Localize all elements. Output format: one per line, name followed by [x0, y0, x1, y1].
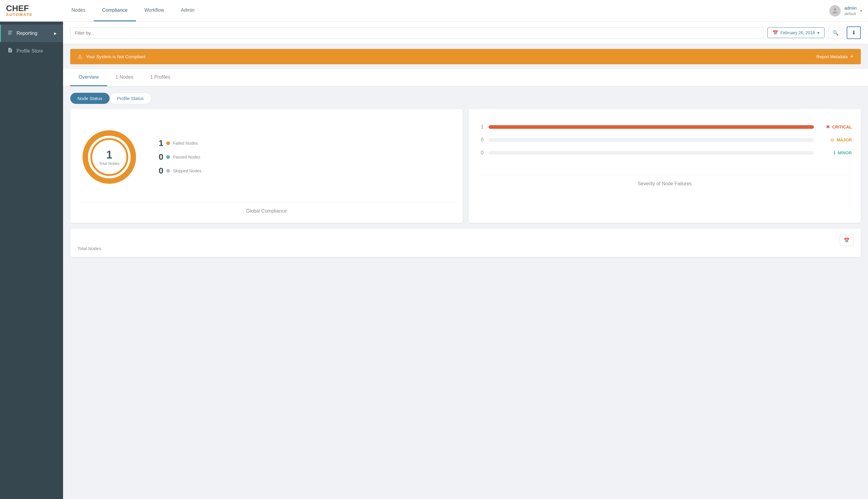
critical-label: CRITICAL [832, 125, 852, 130]
tab-profiles[interactable]: 1 Profiles [142, 69, 179, 86]
skipped-count: 0 [159, 166, 163, 175]
filter-bar: 📅 February 26, 2018 ▾ 🔍 ⬇ [63, 22, 868, 44]
major-value: 0 [478, 137, 484, 143]
critical-bar-wrap [489, 125, 814, 129]
main-nav: Nodes Compliance Workflow Admin [63, 0, 823, 21]
donut-container: 1 Total Nodes 1 [79, 118, 454, 196]
download-icon: ⬇ [852, 30, 856, 36]
donut-chart: 1 Total Nodes [79, 127, 139, 187]
sidebar: Reporting ▶ Profile Store [0, 22, 63, 499]
alert-banner: ⚠ Your System is Not Compliant Report Me… [70, 49, 861, 64]
layout: Reporting ▶ Profile Store 📅 February 26,… [0, 22, 868, 499]
logo-chef: CHEF [6, 4, 33, 13]
user-role: default [844, 11, 857, 16]
toggle-group: Node Status Profile Status [70, 93, 861, 104]
report-metadata-label: Report Metadata [816, 54, 847, 59]
passed-nodes-stat: 0 Passed Nodes [151, 152, 201, 162]
critical-bar [489, 125, 814, 129]
user-info: admin default [844, 5, 857, 16]
node-stats: 1 Failed Nodes 0 Pas [151, 138, 201, 175]
profile-status-toggle[interactable]: Profile Status [110, 93, 151, 104]
severity-card-title: Severity of Node Failures [478, 175, 852, 186]
tab-overview[interactable]: Overview [70, 69, 107, 86]
minor-label-row: ℹ MINOR [819, 150, 852, 156]
critical-label-row: ✖ CRITICAL [819, 124, 852, 130]
sidebar-arrow-icon: ▶ [54, 32, 57, 35]
calendar-icon: 📅 [772, 30, 778, 35]
nav-workflow[interactable]: Workflow [136, 0, 173, 21]
minor-label: MINOR [838, 150, 852, 155]
bottom-card: 📅 Total Nodes [70, 229, 861, 257]
failed-count: 1 [159, 138, 163, 148]
date-label: February 26, 2018 [781, 30, 815, 35]
passed-count: 0 [159, 152, 163, 162]
skipped-dot [166, 169, 170, 173]
minor-bar-wrap [489, 151, 814, 155]
critical-row: 1 ✖ CRITICAL [478, 124, 852, 130]
search-button[interactable]: 🔍 [828, 27, 843, 39]
main-content: 📅 February 26, 2018 ▾ 🔍 ⬇ ⚠ Your System … [63, 22, 868, 499]
calendar-icon-btn: 📅 [844, 238, 850, 243]
sidebar-item-reporting[interactable]: Reporting ▶ [0, 25, 63, 42]
profile-store-icon [8, 47, 13, 54]
sidebar-item-profile-store-label: Profile Store [16, 48, 43, 54]
date-picker-button[interactable]: 📅 February 26, 2018 ▾ [767, 27, 824, 38]
svg-point-1 [85, 133, 133, 181]
skipped-nodes-stat: 0 Skipped Nodes [151, 166, 201, 175]
alert-text: Your System is Not Compliant [86, 54, 816, 59]
nav-admin[interactable]: Admin [172, 0, 203, 21]
minor-icon: ℹ [833, 150, 835, 156]
major-bar-wrap [489, 138, 814, 142]
svg-point-3 [91, 139, 127, 175]
global-compliance-card: 1 Total Nodes 1 [70, 109, 463, 223]
nav-nodes[interactable]: Nodes [63, 0, 94, 21]
node-status-toggle[interactable]: Node Status [70, 93, 110, 104]
major-label-row: ⊖ MAJOR [819, 137, 852, 143]
reporting-icon [8, 30, 13, 37]
major-icon: ⊖ [830, 137, 834, 143]
critical-icon: ✖ [826, 124, 830, 130]
logo-area: CHEF AUTOMATE [0, 4, 63, 17]
skipped-label: Skipped Nodes [173, 168, 201, 173]
global-compliance-title: Global Compliance [79, 202, 454, 214]
minor-row: 0 ℹ MINOR [478, 150, 852, 156]
user-chevron-icon[interactable]: ▾ [860, 9, 862, 13]
sidebar-item-reporting-label: Reporting [16, 31, 37, 36]
nav-compliance[interactable]: Compliance [94, 0, 136, 21]
sidebar-item-profile-store[interactable]: Profile Store [0, 42, 63, 60]
cards-row: 1 Total Nodes 1 [63, 109, 868, 229]
user-name: admin [844, 5, 857, 11]
user-area: admin default ▾ [823, 5, 868, 16]
date-chevron-icon: ▾ [817, 30, 819, 35]
report-metadata-button[interactable]: Report Metadata + [816, 53, 854, 60]
tab-nodes[interactable]: 1 Nodes [107, 69, 142, 86]
calendar-button[interactable]: 📅 [840, 235, 854, 246]
alert-warning-icon: ⚠ [77, 53, 82, 60]
major-label: MAJOR [836, 137, 852, 142]
passed-label: Passed Nodes [173, 155, 200, 159]
bottom-card-header: 📅 [77, 235, 854, 246]
failed-label: Failed Nodes [173, 141, 198, 146]
bottom-card-title: Total Nodes [77, 246, 854, 251]
failed-dot [166, 142, 170, 145]
filter-input[interactable] [70, 27, 764, 38]
major-row: 0 ⊖ MAJOR [478, 137, 852, 143]
failed-nodes-stat: 1 Failed Nodes [151, 138, 201, 148]
severity-rows: 1 ✖ CRITICAL 0 [478, 118, 852, 169]
top-nav: CHEF AUTOMATE Nodes Compliance Workflow … [0, 0, 868, 22]
avatar [829, 5, 841, 16]
logo-automate: AUTOMATE [6, 13, 33, 17]
tab-container: Overview 1 Nodes 1 Profiles [63, 69, 868, 86]
critical-value: 1 [478, 124, 484, 130]
passed-dot [166, 155, 170, 159]
minor-value: 0 [478, 150, 484, 156]
report-metadata-plus-icon: + [850, 53, 854, 60]
download-button[interactable]: ⬇ [847, 26, 861, 39]
severity-card: 1 ✖ CRITICAL 0 [469, 109, 861, 223]
search-icon: 🔍 [833, 30, 839, 35]
